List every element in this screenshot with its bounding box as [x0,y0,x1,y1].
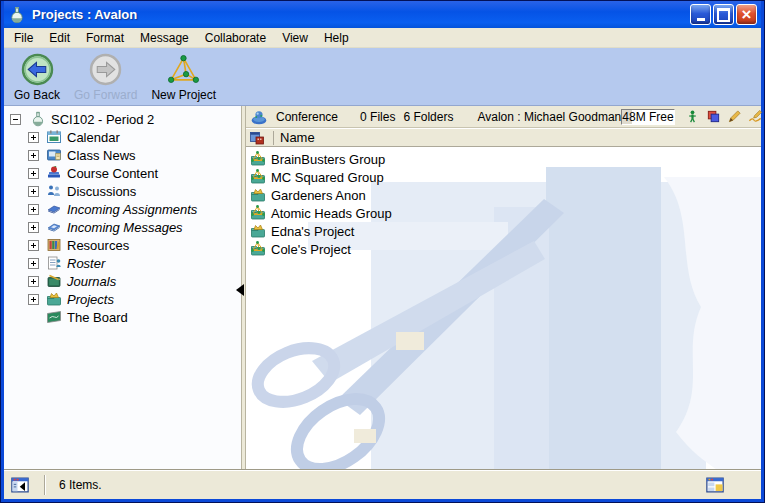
messages-icon [46,219,62,235]
tree-item-label: Class News [67,148,136,163]
list-item[interactable]: MC Squared Group [246,168,761,186]
discussions-icon [46,183,62,199]
files-count: 0 Files [360,110,395,124]
conference-icon [250,108,268,126]
app-window: Projects : Avalon File Edit Format Messa… [0,0,765,503]
status-bar: 6 Items. [4,469,761,499]
layout-icon[interactable] [705,475,727,495]
tree-item[interactable]: Discussions [4,182,241,200]
column-separator [273,131,274,145]
expand-plus-icon[interactable] [28,132,39,143]
titlebar[interactable]: Projects : Avalon [4,1,761,28]
list-item-label: BrainBusters Group [271,152,385,167]
menu-item[interactable]: View [274,29,316,47]
menu-item[interactable]: Collaborate [197,29,274,47]
tree-item[interactable]: Resources [4,236,241,254]
tree-item[interactable]: The Board [4,308,241,326]
expand-plus-icon[interactable] [28,258,39,269]
menu-item[interactable]: Help [316,29,357,47]
go-forward-label: Go Forward [74,88,137,102]
expand-plus-icon[interactable] [28,204,39,215]
tree-items: Calendar Class News Course Content [4,128,241,326]
new-project-button[interactable]: New Project [147,52,220,103]
tree-item-label: Roster [67,256,105,271]
tree-item[interactable]: Incoming Assignments [4,200,241,218]
flask-icon [30,111,46,127]
expand-plus-icon[interactable] [28,150,39,161]
person-icon[interactable] [685,109,700,124]
server-user-label: Avalon : Michael Goodman [477,110,621,124]
go-back-label: Go Back [14,88,60,102]
window-flask-icon [8,5,28,25]
tree-item-label: Resources [67,238,129,253]
roster-icon [46,255,62,271]
tree-item[interactable]: Class News [4,146,241,164]
tree-item[interactable]: Roster [4,254,241,272]
minimize-button[interactable] [690,4,711,25]
expand-plus-icon[interactable] [28,186,39,197]
go-back-button[interactable]: Go Back [10,52,64,103]
close-button[interactable] [736,4,757,25]
maximize-button[interactable] [713,4,734,25]
expand-plus-icon[interactable] [28,168,39,179]
collapse-minus-icon[interactable] [10,114,21,125]
expand-plus-icon[interactable] [28,240,39,251]
tree-item[interactable]: Projects [4,290,241,308]
main-area: SCI102 - Period 2 Calendar [4,106,761,469]
expand-plus-icon[interactable] [28,276,39,287]
column-header-name[interactable]: Name [246,128,761,147]
list-item[interactable]: Gardeners Anon [246,186,761,204]
tree-root-label: SCI102 - Period 2 [51,112,154,127]
tree-item-label: Discussions [67,184,136,199]
list-item[interactable]: BrainBusters Group [246,150,761,168]
toolbar: Go Back Go Forward New Project [4,48,761,106]
menu-item[interactable]: File [6,29,41,47]
window-chrome: File Edit Format Message Collaborate Vie… [4,28,761,499]
folders-count: 6 Folders [403,110,453,124]
pencil-icon[interactable] [727,109,742,124]
assignments-icon [46,201,62,217]
folder-list-area: BrainBusters Group MC Squared Group Gard… [246,147,761,469]
crown-folder-icon [46,291,62,307]
news-icon [46,147,62,163]
list-item[interactable]: Atomic Heads Group [246,204,761,222]
tree-item-label: The Board [67,310,128,325]
tree-item[interactable]: Course Content [4,164,241,182]
menu-item[interactable]: Format [78,29,132,47]
expand-plus-icon[interactable] [28,222,39,233]
folder-list: BrainBusters Group MC Squared Group Gard… [246,150,761,258]
tree-item-label: Journals [67,274,116,289]
go-back-icon [21,53,54,86]
tree-item[interactable]: Calendar [4,128,241,146]
status-text: 6 Items. [59,478,102,492]
panel-toggle-icon[interactable] [10,475,32,495]
tree-item-label: Course Content [67,166,158,181]
conference-bar: Conference 0 Files 6 Folders Avalon : Mi… [246,106,761,128]
list-item-label: Gardeners Anon [271,188,366,203]
status-separator [44,475,45,495]
menu-bar: File Edit Format Message Collaborate Vie… [4,28,761,48]
menu-item[interactable]: Edit [41,29,78,47]
go-forward-button[interactable]: Go Forward [70,52,141,103]
signature-icon[interactable] [748,109,763,124]
pyramid-folder-icon [250,169,266,185]
journals-icon [46,273,62,289]
tree-item[interactable]: Journals [4,272,241,290]
list-item-label: Atomic Heads Group [271,206,392,221]
list-item[interactable]: Cole's Project [246,240,761,258]
list-item-label: MC Squared Group [271,170,384,185]
collapse-arrow-icon[interactable] [236,284,244,296]
list-item-label: Edna's Project [271,224,354,239]
menu-item[interactable]: Message [132,29,197,47]
tree-root-item[interactable]: SCI102 - Period 2 [4,110,241,128]
tree-item[interactable]: Incoming Messages [4,218,241,236]
conference-title: Conference [276,110,338,124]
course-content-icon [46,165,62,181]
conference-actions [685,109,763,124]
column-header-label: Name [280,130,315,145]
layers-icon[interactable] [706,109,721,124]
expand-plus-icon[interactable] [28,294,39,305]
window-controls [690,4,757,25]
list-item[interactable]: Edna's Project [246,222,761,240]
board-icon [46,309,62,325]
